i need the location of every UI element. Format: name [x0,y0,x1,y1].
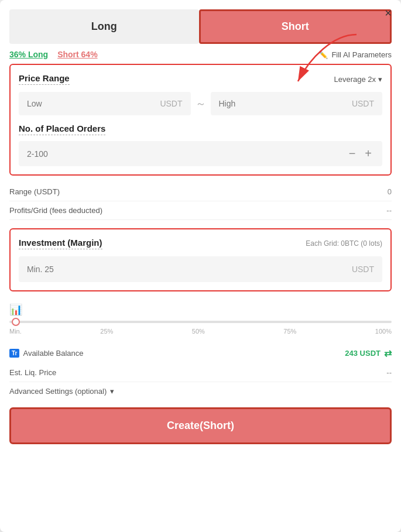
high-price-wrap: USDT [211,92,383,115]
balance-left: Tr Available Balance [9,349,84,358]
investment-input[interactable] [27,265,304,274]
slider-label-50: 50% [192,328,205,335]
orders-input-row: − + [19,141,382,166]
low-price-unit: USDT [160,99,182,108]
balance-value: 243 USDT ⇄ [345,348,392,359]
stats-left: 36% Long Short 64% [9,50,98,59]
investment-input-wrap: USDT [19,256,382,282]
each-grid-label: Each Grid: 0BTC (0 lots) [306,239,382,248]
price-inputs-row: USDT ～ USDT [19,92,382,115]
chevron-down-icon: ▾ [378,75,382,84]
placed-orders-title: No. of Placed Orders [19,123,105,135]
est-liq-value: -- [386,368,392,377]
orders-controls: − + [347,147,374,160]
est-liq-row: Est. Liq. Price -- [9,363,392,382]
long-button[interactable]: Long [9,9,199,44]
price-range-title: Price Range [19,73,70,85]
slider-labels: Min. 25% 50% 75% 100% [9,328,392,335]
refresh-icon[interactable]: ⇄ [384,348,392,359]
short-percent: Short 64% [57,50,97,59]
high-price-input[interactable] [219,99,343,108]
orders-input[interactable] [27,149,347,159]
range-separator: ～ [196,97,206,111]
annotation-arrow [275,29,368,87]
slider-track [9,321,392,323]
profits-value: -- [386,206,392,215]
profits-label: Profits/Grid (fees deducted) [9,206,102,215]
long-percent: 36% Long [9,50,48,59]
slider-thumb[interactable] [12,318,20,326]
high-price-unit: USDT [352,99,374,108]
increment-button[interactable]: + [362,147,374,160]
slider-label-min: Min. [9,328,22,335]
investment-title: Investment (Margin) [19,238,102,249]
decrement-button[interactable]: − [347,147,358,160]
investment-section: Investment (Margin) Each Grid: 0BTC (0 l… [9,228,392,291]
range-value: 0 [388,187,392,196]
slider-label-75: 75% [283,328,296,335]
create-short-button[interactable]: Create(Short) [9,407,392,444]
slider-label-25: 25% [100,328,113,335]
balance-row: Tr Available Balance 243 USDT ⇄ [9,343,392,363]
advanced-label: Advanced Settings (optional) [9,387,107,396]
low-price-wrap: USDT [19,92,191,115]
low-price-input[interactable] [27,99,151,108]
balance-label: Available Balance [23,349,83,358]
slider-section: 📊 Min. 25% 50% 75% 100% [9,298,392,343]
placed-orders-section: No. of Placed Orders − + [19,123,382,166]
advanced-settings-row[interactable]: Advanced Settings (optional) ▾ [9,382,392,400]
range-label: Range (USDT) [9,187,60,196]
close-button[interactable]: × [385,7,392,19]
chart-icon: 📊 [9,303,392,316]
slider-label-100: 100% [375,328,392,335]
tr-icon: Tr [9,349,19,358]
est-liq-label: Est. Liq. Price [9,368,56,377]
investment-header: Investment (Margin) Each Grid: 0BTC (0 l… [19,238,382,249]
chevron-down-icon: ▾ [110,387,114,396]
investment-unit: USDT [352,265,374,274]
profits-info-row: Profits/Grid (fees deducted) -- [9,201,392,220]
balance-amount: 243 USDT [345,349,381,358]
range-info-row: Range (USDT) 0 [9,183,392,201]
trade-modal: × Long Short 36% Long Short 64% ✏️ Fill … [0,0,401,532]
